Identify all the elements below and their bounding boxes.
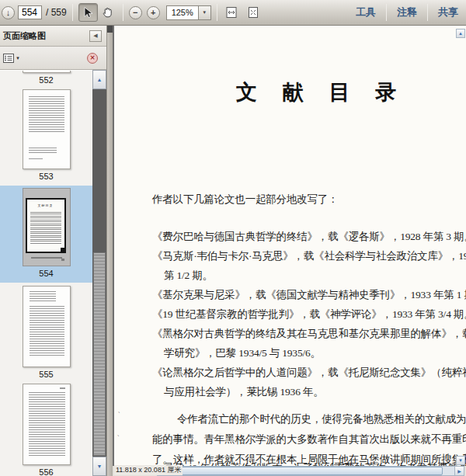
thumbnails-panel: 页面缩略图 ◀ ▼ ✕ 552 553 文献目录 (0, 26, 113, 476)
document-line: 令作者流亡的那个时代的历史，使得完备地熟悉相关的文献成为不可 (177, 412, 466, 426)
thumbnail-text-preview (30, 306, 64, 356)
comments-menu-button[interactable]: 注释 (392, 5, 422, 19)
main-toolbar: ↓ / 559 − + 125% ▼ 工具 (0, 0, 466, 26)
document-line: 《19 世纪基督宗教的哲学批判》，载《神学评论》，1933 年第 3/4 期。 (152, 307, 466, 321)
thumbnail-page-number-mark (60, 387, 65, 389)
scroll-down-button[interactable]: ▼ (92, 457, 106, 476)
zoom-out-button[interactable]: − (129, 6, 142, 19)
thumbnail-label: 553 (0, 169, 92, 186)
viewport-resize-handle[interactable] (61, 248, 66, 253)
thumbnail-text-preview (30, 212, 61, 245)
scan-artifact: 、 (116, 428, 124, 439)
thumbnail-text-preview (29, 148, 57, 154)
toolbar-separator (72, 4, 73, 21)
thumbnail-list: 552 553 文献目录 554 555 (0, 70, 92, 476)
panel-splitter[interactable] (106, 26, 113, 476)
chevron-down-icon: ▼ (202, 10, 207, 15)
down-arrow-icon: ↓ (6, 9, 11, 17)
thumbnail-page-555[interactable] (23, 286, 71, 367)
thumbnail-page-553[interactable] (23, 89, 71, 169)
toolbar-separator (386, 4, 387, 21)
hand-tool-button[interactable] (98, 3, 117, 22)
zoom-in-button[interactable]: + (147, 6, 160, 19)
splitter-handle[interactable] (107, 26, 113, 33)
chevron-up-icon: ▲ (458, 31, 463, 36)
document-line: 《马克斯·韦伯与卡尔·马克思》，载《社会科学与社会政治文库》，1932 年 (152, 248, 466, 263)
document-line: 《费尔巴哈与德国古典哲学的终结》，载《逻各斯》，1928 年第 3 期。 (152, 229, 466, 244)
thumbnail-label: 554 (0, 266, 92, 283)
thumbnail-mini-title: 文献目录 (27, 203, 64, 207)
fit-page-button[interactable] (245, 4, 262, 21)
document-line: 《基尔克果与尼采》，载《德国文献学与精神史季刊》，1933 年第 1 期。 (152, 287, 466, 302)
horizontal-scrollbar[interactable]: ◀ ▶ (157, 466, 464, 476)
pdf-page[interactable]: 文 献 目 录 作者以下几篇论文也一起部分地改写了： 《费尔巴哈与德国古典哲学的… (114, 26, 466, 466)
zoom-dropdown-button[interactable]: ▼ (199, 5, 211, 20)
thumbnail-options-icon[interactable] (3, 54, 14, 63)
thumbnail-text-preview (29, 392, 65, 456)
document-line: 与应用社会学），莱比锡 1936 年。 (164, 384, 323, 399)
options-caret-icon[interactable]: ▼ (16, 56, 20, 61)
chevron-down-icon: ▼ (458, 458, 463, 463)
chevron-right-icon: ▶ (457, 468, 461, 474)
thumbnail-text-preview (29, 158, 43, 161)
select-tool-button[interactable] (78, 3, 98, 22)
thumbnail-render: 文献目录 (23, 188, 71, 266)
viewport-indicator[interactable]: 文献目录 (26, 198, 66, 253)
thumbnail-text-preview (29, 96, 64, 134)
page-total-label: / 559 (46, 7, 67, 18)
scroll-up-button[interactable]: ▲ (92, 70, 106, 89)
close-panel-button[interactable]: ✕ (87, 53, 98, 64)
zoom-level-display[interactable]: 125% (166, 5, 199, 20)
panel-header: 页面缩略图 ◀ (0, 26, 113, 47)
thumbnail-page-number-mark (61, 259, 64, 261)
page-number-input[interactable] (18, 5, 42, 19)
cursor-arrow-icon (82, 6, 94, 19)
thumbnail-page-554-selected[interactable]: 文献目录 554 (0, 186, 92, 283)
scan-artifact: 、 (117, 405, 125, 415)
scroll-right-button[interactable]: ▶ (454, 467, 464, 475)
chevron-up-icon: ▲ (97, 77, 103, 82)
toolbar-separator (123, 4, 123, 21)
document-line: 录的 40 年代的著作和版本，为了找到重要的著作，作者尤其要感谢他 (164, 460, 466, 466)
document-line: 第 1/2 期。 (164, 268, 213, 283)
plus-icon: + (151, 9, 155, 17)
document-line: 学研究》，巴黎 1934/5 与 1935/6。 (164, 346, 321, 360)
scrollbar-thumb[interactable] (93, 252, 106, 456)
document-line: 《黑格尔对古典哲学的终结及其在马克思和基尔克果那里的解体》，载《哲 (152, 326, 466, 341)
fit-page-icon (246, 5, 260, 19)
document-line: 《论黑格尔之后哲学中的人道问题》，载《托尼斯纪念文集》（纯粹社会学 (152, 365, 466, 380)
hand-icon (101, 6, 114, 19)
thumbnail-text-preview (30, 291, 56, 301)
fit-width-icon (224, 5, 238, 19)
thumbnail-page-556[interactable] (23, 384, 71, 465)
vertical-scroll-up-button[interactable]: ▲ (456, 29, 465, 38)
bottom-bar: ◀ ▶ 11.818 x 20.081 厘米 (113, 466, 466, 476)
vertical-scroll-down-button[interactable]: ▼ (456, 456, 465, 465)
toolbar-separator (217, 4, 217, 21)
thumbnail-caption-line (31, 257, 62, 259)
thumbnail-label: 555 (0, 367, 92, 384)
close-icon: ✕ (90, 54, 96, 61)
thumbnail-label: 556 (0, 465, 92, 476)
scrollbar-thumb[interactable] (167, 467, 443, 475)
thumbnail-label: 552 (0, 73, 92, 89)
page-dimensions-label: 11.818 x 20.081 厘米 (114, 465, 183, 475)
document-line: 作者以下几篇论文也一起部分地改写了： (152, 192, 338, 207)
zoom-value-label: 125% (172, 8, 193, 17)
chevron-left-icon: ◀ (93, 33, 97, 39)
next-page-button[interactable]: ↓ (2, 6, 15, 19)
document-line: 能的事情。青年黑格尔学派的大多数著作自其首次出版以来就不再重印 (152, 432, 466, 446)
thumbnail-page-552[interactable] (23, 71, 71, 73)
collapse-panel-button[interactable]: ◀ (89, 30, 102, 42)
toolbar-separator (427, 4, 428, 21)
panel-toolbar: ▼ ✕ (0, 47, 113, 70)
share-menu-button[interactable]: 共享 (433, 5, 463, 19)
document-view: 文 献 目 录 作者以下几篇论文也一起部分地改写了： 《费尔巴哈与德国古典哲学的… (113, 26, 466, 476)
tools-menu-button[interactable]: 工具 (351, 5, 381, 19)
chevron-down-icon: ▼ (97, 464, 103, 469)
document-title: 文 献 目 录 (114, 78, 466, 106)
fit-width-button[interactable] (223, 4, 240, 21)
panel-title: 页面缩略图 (3, 30, 46, 42)
minus-icon: − (133, 9, 137, 17)
thumbnail-scrollbar[interactable]: ▲ ▼ (92, 70, 106, 476)
